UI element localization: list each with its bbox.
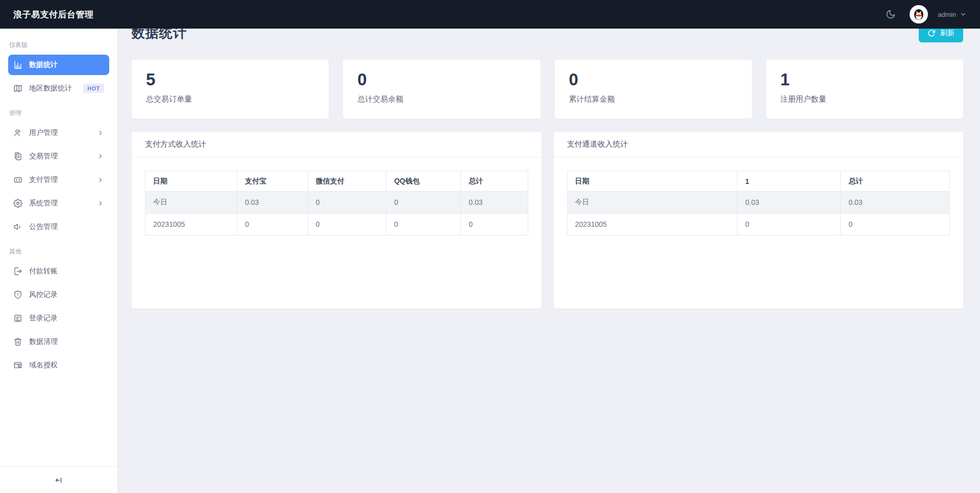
chevron-right-icon <box>97 176 104 183</box>
column-header: 支付宝 <box>237 171 308 192</box>
stat-card: 5总交易订单量 <box>132 60 329 119</box>
penguin-avatar-icon <box>912 7 926 21</box>
column-header: 微信支付 <box>308 171 386 192</box>
table-cell: 0 <box>386 192 461 214</box>
sidebar-section: 仪表版数据统计地区数据统计HOT <box>0 38 117 99</box>
topbar-right: admin <box>882 5 967 24</box>
payment-channel-stats-card: 支付通道收入统计日期1总计今日0.030.032023100500 <box>554 132 964 309</box>
table-row: 2023100500 <box>567 214 950 236</box>
sidebar-section: 管理用户管理交易管理支付管理系统管理公告管理 <box>0 106 117 237</box>
sidebar-item-label: 系统管理 <box>29 199 58 208</box>
domain-icon <box>13 361 22 370</box>
speaker-icon <box>13 222 22 231</box>
sidebar-nav: 仪表版数据统计地区数据统计HOT管理用户管理交易管理支付管理系统管理公告管理其他… <box>0 29 117 466</box>
moon-icon <box>886 9 896 19</box>
hot-badge: HOT <box>83 84 104 93</box>
sidebar-section-label: 仪表版 <box>0 38 117 55</box>
app-title: 浪子易支付后台管理 <box>13 9 94 20</box>
payment-transfer-icon <box>13 175 22 184</box>
table-card-title: 支付方式收入统计 <box>132 132 542 157</box>
table-cell: 0 <box>461 214 528 236</box>
dark-mode-toggle[interactable] <box>882 6 899 23</box>
sidebar-item-payment-mgmt[interactable]: 支付管理 <box>8 170 109 190</box>
stat-value: 0 <box>569 70 738 89</box>
sidebar-section: 其他付款转账风控记录登录记录数据清理域名授权 <box>0 244 117 375</box>
avatar[interactable] <box>910 5 928 24</box>
users-icon <box>13 128 22 137</box>
stat-label: 注册用户数量 <box>780 95 949 104</box>
table-cell: 0.03 <box>237 192 308 214</box>
table-card-body: 日期支付宝微信支付QQ钱包总计今日0.03000.03202310050000 <box>132 157 542 249</box>
column-header: 1 <box>738 171 841 192</box>
table-cell: 0 <box>738 214 841 236</box>
stat-cards-row: 5总交易订单量0总计交易余额0累计结算金额1注册用户数量 <box>132 60 963 119</box>
sidebar-item-stats[interactable]: 数据统计 <box>8 55 109 75</box>
table-cell: 今日 <box>567 192 738 214</box>
documents-icon <box>13 152 22 161</box>
sidebar-section-label: 管理 <box>0 106 117 123</box>
sidebar-item-login-log[interactable]: 登录记录 <box>8 308 109 328</box>
sidebar-item-label: 交易管理 <box>29 152 58 161</box>
trash-icon <box>13 337 22 346</box>
topbar: 浪子易支付后台管理 admin <box>0 0 980 29</box>
payment-channel-stats-table: 日期1总计今日0.030.032023100500 <box>567 171 950 236</box>
sidebar-item-label: 数据清理 <box>29 337 58 346</box>
stat-card: 1注册用户数量 <box>766 60 963 119</box>
column-header: 日期 <box>145 171 237 192</box>
table-row: 202310050000 <box>145 214 528 236</box>
main-content: 数据统计 刷新 5总交易订单量0总计交易余额0累计结算金额1注册用户数量 支付方… <box>117 0 980 493</box>
sidebar-collapse-button[interactable] <box>50 471 68 489</box>
refresh-icon <box>927 29 936 37</box>
shield-icon <box>13 290 22 299</box>
sidebar-item-label: 付款转账 <box>29 267 58 276</box>
sidebar-item-label: 地区数据统计 <box>29 84 72 93</box>
sidebar-item-risk-log[interactable]: 风控记录 <box>8 285 109 305</box>
stat-card: 0总计交易余额 <box>343 60 540 119</box>
table-header-row: 日期支付宝微信支付QQ钱包总计 <box>145 171 528 192</box>
column-header: 日期 <box>567 171 738 192</box>
column-header: 总计 <box>461 171 528 192</box>
table-cell: 0.03 <box>841 192 950 214</box>
table-row: 今日0.03000.03 <box>145 192 528 214</box>
gear-icon <box>13 199 22 208</box>
chevron-right-icon <box>97 153 104 160</box>
bar-chart-icon <box>13 60 22 69</box>
table-cell: 0 <box>386 214 461 236</box>
sidebar-item-announcement-mgmt[interactable]: 公告管理 <box>8 217 109 237</box>
map-icon <box>13 84 22 93</box>
table-card-title: 支付通道收入统计 <box>554 132 964 157</box>
sidebar-item-label: 风控记录 <box>29 290 58 299</box>
stat-value: 0 <box>357 70 526 89</box>
stat-value: 5 <box>146 70 314 89</box>
sidebar-item-transfer[interactable]: 付款转账 <box>8 261 109 281</box>
sidebar-item-system-mgmt[interactable]: 系统管理 <box>8 193 109 214</box>
collapse-sidebar-icon <box>55 476 63 484</box>
table-cell: 20231005 <box>567 214 738 236</box>
table-cell: 今日 <box>145 192 237 214</box>
transfer-out-icon <box>13 267 22 276</box>
chevron-right-icon <box>97 129 104 136</box>
sidebar-item-label: 公告管理 <box>29 222 58 231</box>
table-cell: 0 <box>841 214 950 236</box>
sidebar-item-label: 支付管理 <box>29 175 58 184</box>
stat-label: 累计结算金额 <box>569 95 738 104</box>
sidebar-item-domain-auth[interactable]: 域名授权 <box>8 355 109 375</box>
sidebar-item-user-mgmt[interactable]: 用户管理 <box>8 123 109 143</box>
stat-card: 0累计结算金额 <box>555 60 752 119</box>
table-cell: 0 <box>308 192 386 214</box>
table-header-row: 日期1总计 <box>567 171 950 192</box>
sidebar-item-region-stats[interactable]: 地区数据统计HOT <box>8 78 109 99</box>
table-cell: 0.03 <box>461 192 528 214</box>
stat-label: 总交易订单量 <box>146 95 314 104</box>
table-cell: 20231005 <box>145 214 237 236</box>
stat-label: 总计交易余额 <box>357 95 526 104</box>
user-menu[interactable]: admin <box>938 11 967 18</box>
sidebar: 仪表版数据统计地区数据统计HOT管理用户管理交易管理支付管理系统管理公告管理其他… <box>0 29 117 493</box>
table-cell: 0.03 <box>738 192 841 214</box>
sidebar-section-label: 其他 <box>0 244 117 261</box>
table-cards-row: 支付方式收入统计日期支付宝微信支付QQ钱包总计今日0.03000.0320231… <box>132 132 963 309</box>
sidebar-item-label: 数据统计 <box>29 60 58 69</box>
sidebar-item-trade-mgmt[interactable]: 交易管理 <box>8 146 109 167</box>
sidebar-item-data-clean[interactable]: 数据清理 <box>8 332 109 352</box>
username: admin <box>938 11 956 18</box>
